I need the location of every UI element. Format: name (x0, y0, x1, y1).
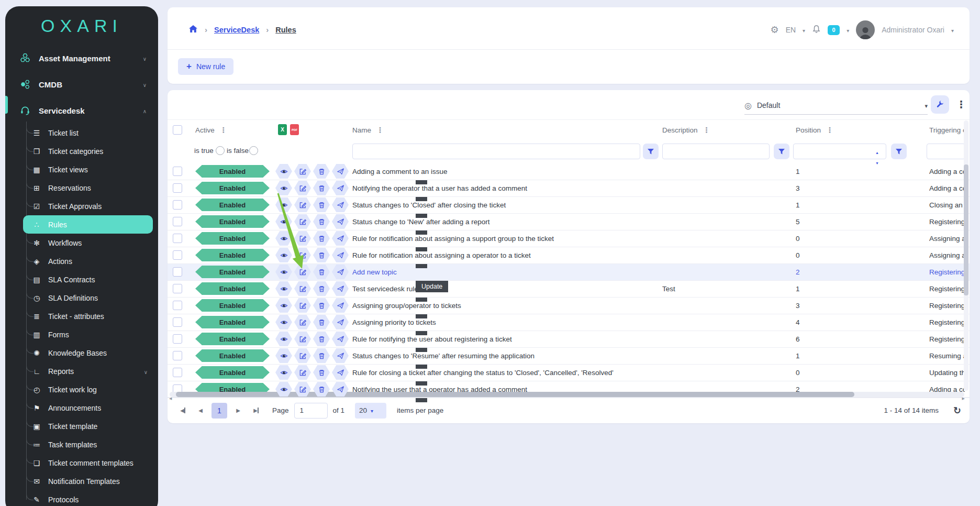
row-checkbox[interactable] (173, 317, 182, 327)
table-row[interactable]: Enabled Rule for closing a ticket after … (168, 365, 970, 381)
delete-button[interactable] (313, 298, 330, 313)
refresh-icon[interactable] (953, 405, 961, 416)
chevron-down-icon[interactable] (847, 25, 849, 35)
column-header-description[interactable]: Description (662, 120, 710, 140)
table-row[interactable]: Enabled Notifying the operator that a us… (168, 180, 970, 197)
sidebar-item-announcements[interactable]: ⚑ Announcements (5, 399, 158, 417)
table-row[interactable]: Enabled Rule for notifying the user abou… (168, 331, 970, 348)
row-checkbox[interactable] (173, 368, 182, 377)
sidebar-item-ticket-categories[interactable]: ❐ Ticket categories (5, 142, 158, 160)
send-button[interactable] (332, 265, 349, 279)
view-button[interactable] (275, 197, 292, 212)
table-row[interactable]: Enabled Status change to 'New' after add… (168, 214, 970, 230)
view-button[interactable] (275, 214, 292, 229)
table-row[interactable]: Enabled Status changes to 'Closed' after… (168, 197, 970, 214)
rule-name[interactable]: Add new topic (352, 264, 397, 280)
edit-button[interactable] (294, 382, 311, 397)
breadcrumb-rules[interactable]: Rules (275, 26, 296, 34)
sidebar-item-ticket-work-log[interactable]: ◴ Ticket work log (5, 380, 158, 399)
row-checkbox[interactable] (173, 183, 182, 193)
table-row[interactable]: Enabled Adding a comment to an issue 1 A… (168, 163, 970, 180)
delete-button[interactable] (313, 231, 330, 246)
view-button[interactable] (275, 315, 292, 329)
sidebar-item-rules[interactable]: ∴ Rules (23, 215, 153, 234)
sidebar-item-reports[interactable]: ∟ Reports (5, 362, 158, 380)
row-checkbox[interactable] (173, 217, 182, 226)
send-button[interactable] (332, 214, 349, 229)
next-page-button[interactable] (231, 404, 245, 417)
delete-button[interactable] (313, 214, 330, 229)
column-header-position[interactable]: Position (796, 120, 833, 140)
name-filter-input[interactable] (352, 144, 640, 159)
edit-button[interactable] (294, 265, 311, 279)
column-header-active[interactable]: Active (195, 120, 227, 140)
view-selector-dropdown[interactable]: Default (744, 96, 928, 115)
table-row[interactable]: Enabled Rule for notification about assi… (168, 230, 970, 247)
row-checkbox[interactable] (173, 334, 182, 344)
delete-button[interactable] (313, 332, 330, 346)
row-checkbox[interactable] (173, 301, 182, 310)
table-row[interactable]: Enabled Status changes to 'Resume' after… (168, 348, 970, 365)
vertical-scrollbar-thumb[interactable] (964, 164, 968, 295)
notification-count-badge[interactable]: 0 (828, 25, 840, 35)
row-checkbox[interactable] (173, 200, 182, 210)
sidebar-item-ticket-list[interactable]: ☰ Ticket list (5, 124, 158, 142)
table-row[interactable]: Enabled Add new topic 2 Registering Upda… (168, 264, 970, 281)
sidebar-item-task-templates[interactable]: ≔ Task templates (5, 435, 158, 454)
export-pdf-icon[interactable]: PDF (290, 124, 299, 135)
name-filter-funnel-button[interactable] (643, 144, 659, 159)
sidebar-item-ticket-views[interactable]: ▦ Ticket views (5, 160, 158, 179)
view-button[interactable] (275, 332, 292, 346)
edit-button[interactable] (294, 164, 311, 179)
new-rule-button[interactable]: New rule (178, 58, 233, 75)
edit-button[interactable] (294, 348, 311, 363)
row-checkbox[interactable] (173, 167, 182, 176)
sidebar-item-reservations[interactable]: ⊞ Reservations (5, 179, 158, 197)
send-button[interactable] (332, 164, 349, 179)
more-options-button[interactable] (955, 95, 967, 114)
user-name[interactable]: Administrator Oxari (882, 26, 944, 34)
row-checkbox[interactable] (173, 351, 182, 360)
edit-button[interactable] (294, 365, 311, 380)
view-button[interactable] (275, 265, 292, 279)
previous-page-button[interactable] (194, 404, 207, 417)
rule-name[interactable]: Adding a comment to an issue (352, 163, 448, 180)
send-button[interactable] (332, 348, 349, 363)
description-filter-input[interactable] (662, 144, 770, 159)
spin-up-icon[interactable] (875, 147, 879, 156)
sidebar-item-servicedesk[interactable]: Servicedesk (5, 97, 158, 124)
rule-name[interactable]: Status changes to 'Closed' after closing… (352, 197, 506, 213)
row-checkbox[interactable] (173, 267, 182, 277)
sidebar-item-ticket-template[interactable]: ▣ Ticket template (5, 417, 158, 435)
rule-name[interactable]: Rule for notification about assigning a … (352, 247, 531, 263)
chevron-down-icon[interactable] (803, 25, 805, 35)
table-row[interactable]: Enabled Assigning priority to tickets 4 … (168, 314, 970, 331)
row-checkbox[interactable] (173, 250, 182, 260)
rule-name[interactable]: Status changes to 'Resume' after resumin… (352, 348, 534, 364)
select-all-checkbox[interactable] (173, 125, 182, 135)
position-filter-input[interactable] (793, 144, 886, 159)
sidebar-item-ticket-approvals[interactable]: ☑ Ticket Approvals (5, 197, 158, 215)
delete-button[interactable] (313, 181, 330, 195)
view-button[interactable] (275, 348, 292, 363)
filter-is-false-radio[interactable] (249, 146, 258, 155)
sidebar-item-protocols[interactable]: ✎ Protocols (5, 490, 158, 506)
view-button[interactable] (275, 181, 292, 195)
edit-button[interactable] (294, 332, 311, 346)
sidebar-item-asset-management[interactable]: Asset Management (5, 45, 158, 71)
send-button[interactable] (332, 365, 349, 380)
first-page-button[interactable] (176, 404, 190, 417)
sidebar-item-actions[interactable]: ◈ Actions (5, 252, 158, 270)
send-button[interactable] (332, 332, 349, 346)
vertical-scrollbar[interactable] (964, 120, 968, 391)
sidebar-item-cmdb[interactable]: CMDB (5, 71, 158, 97)
edit-button[interactable] (294, 248, 311, 262)
sidebar-item-sla-definitions[interactable]: ◷ SLA Definitions (5, 289, 158, 307)
delete-button[interactable] (313, 197, 330, 212)
rule-name[interactable]: Rule for notifying the user about regist… (352, 331, 512, 347)
view-button[interactable] (275, 365, 292, 380)
column-header-triggering[interactable]: Triggering e (929, 120, 967, 140)
row-checkbox[interactable] (173, 284, 182, 293)
send-button[interactable] (332, 298, 349, 313)
send-button[interactable] (332, 197, 349, 212)
